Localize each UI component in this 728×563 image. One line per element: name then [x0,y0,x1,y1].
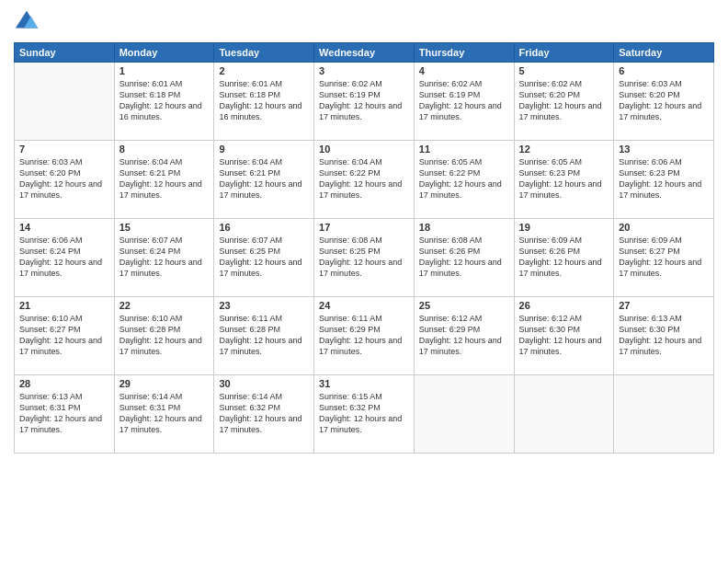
day-number: 26 [519,300,609,311]
week-row-4: 21 Sunrise: 6:10 AMSunset: 6:27 PMDaylig… [15,297,714,375]
calendar-cell: 2 Sunrise: 6:01 AMSunset: 6:18 PMDayligh… [214,63,314,141]
header [14,9,714,35]
day-info: Sunrise: 6:04 AMSunset: 6:22 PMDaylight:… [319,156,409,201]
week-row-2: 7 Sunrise: 6:03 AMSunset: 6:20 PMDayligh… [15,141,714,219]
calendar-cell: 12 Sunrise: 6:05 AMSunset: 6:23 PMDaylig… [514,141,614,219]
day-info: Sunrise: 6:01 AMSunset: 6:18 PMDaylight:… [119,78,210,123]
calendar-cell: 19 Sunrise: 6:09 AMSunset: 6:26 PMDaylig… [514,219,614,297]
day-number: 4 [419,65,509,76]
day-number: 15 [119,222,210,233]
day-info: Sunrise: 6:04 AMSunset: 6:21 PMDaylight:… [119,156,210,201]
day-info: Sunrise: 6:02 AMSunset: 6:19 PMDaylight:… [319,78,409,123]
calendar-cell: 13 Sunrise: 6:06 AMSunset: 6:23 PMDaylig… [614,141,714,219]
day-number: 29 [119,378,210,389]
day-number: 28 [19,378,109,389]
day-info: Sunrise: 6:03 AMSunset: 6:20 PMDaylight:… [19,156,109,201]
calendar-cell: 4 Sunrise: 6:02 AMSunset: 6:19 PMDayligh… [414,63,514,141]
day-info: Sunrise: 6:14 AMSunset: 6:32 PMDaylight:… [219,391,309,436]
day-info: Sunrise: 6:10 AMSunset: 6:28 PMDaylight:… [119,313,210,358]
day-number: 9 [219,144,309,155]
calendar-cell: 16 Sunrise: 6:07 AMSunset: 6:25 PMDaylig… [214,219,314,297]
calendar-cell: 24 Sunrise: 6:11 AMSunset: 6:29 PMDaylig… [314,297,415,375]
day-number: 5 [519,65,609,76]
calendar-cell: 25 Sunrise: 6:12 AMSunset: 6:29 PMDaylig… [414,297,514,375]
day-number: 7 [19,144,109,155]
day-number: 8 [119,144,210,155]
logo [14,9,43,35]
calendar-cell: 17 Sunrise: 6:08 AMSunset: 6:25 PMDaylig… [314,219,415,297]
calendar-cell: 29 Sunrise: 6:14 AMSunset: 6:31 PMDaylig… [114,375,214,454]
weekday-header-saturday: Saturday [614,43,714,63]
day-number: 19 [519,222,609,233]
calendar-cell: 15 Sunrise: 6:07 AMSunset: 6:24 PMDaylig… [114,219,214,297]
week-row-1: 1 Sunrise: 6:01 AMSunset: 6:18 PMDayligh… [15,63,714,141]
day-info: Sunrise: 6:11 AMSunset: 6:29 PMDaylight:… [319,313,409,358]
weekday-header-wednesday: Wednesday [314,43,415,63]
day-info: Sunrise: 6:13 AMSunset: 6:30 PMDaylight:… [619,313,709,358]
day-number: 13 [619,144,709,155]
calendar-cell: 31 Sunrise: 6:15 AMSunset: 6:32 PMDaylig… [314,375,415,454]
day-number: 25 [419,300,509,311]
day-info: Sunrise: 6:10 AMSunset: 6:27 PMDaylight:… [19,313,109,358]
weekday-header-friday: Friday [514,43,614,63]
day-info: Sunrise: 6:02 AMSunset: 6:20 PMDaylight:… [519,78,609,123]
calendar-cell: 20 Sunrise: 6:09 AMSunset: 6:27 PMDaylig… [614,219,714,297]
day-number: 21 [19,300,109,311]
day-number: 24 [319,300,409,311]
day-info: Sunrise: 6:06 AMSunset: 6:23 PMDaylight:… [619,156,709,201]
day-info: Sunrise: 6:12 AMSunset: 6:30 PMDaylight:… [519,313,609,358]
day-number: 22 [119,300,210,311]
day-number: 12 [519,144,609,155]
weekday-header-thursday: Thursday [414,43,514,63]
day-info: Sunrise: 6:09 AMSunset: 6:26 PMDaylight:… [519,235,609,280]
week-row-5: 28 Sunrise: 6:13 AMSunset: 6:31 PMDaylig… [15,375,714,454]
day-info: Sunrise: 6:06 AMSunset: 6:24 PMDaylight:… [19,235,109,280]
calendar-cell: 30 Sunrise: 6:14 AMSunset: 6:32 PMDaylig… [214,375,314,454]
day-info: Sunrise: 6:01 AMSunset: 6:18 PMDaylight:… [219,78,309,123]
day-info: Sunrise: 6:04 AMSunset: 6:21 PMDaylight:… [219,156,309,201]
calendar-cell: 1 Sunrise: 6:01 AMSunset: 6:18 PMDayligh… [114,63,214,141]
day-number: 1 [119,65,210,76]
day-number: 27 [619,300,709,311]
calendar-cell [15,63,115,141]
calendar-cell: 27 Sunrise: 6:13 AMSunset: 6:30 PMDaylig… [614,297,714,375]
weekday-header-monday: Monday [114,43,214,63]
weekday-header-tuesday: Tuesday [214,43,314,63]
calendar-cell: 8 Sunrise: 6:04 AMSunset: 6:21 PMDayligh… [114,141,214,219]
calendar-cell: 26 Sunrise: 6:12 AMSunset: 6:30 PMDaylig… [514,297,614,375]
day-number: 30 [219,378,309,389]
day-number: 2 [219,65,309,76]
day-info: Sunrise: 6:08 AMSunset: 6:26 PMDaylight:… [419,235,509,280]
calendar-cell: 3 Sunrise: 6:02 AMSunset: 6:19 PMDayligh… [314,63,415,141]
calendar-cell: 5 Sunrise: 6:02 AMSunset: 6:20 PMDayligh… [514,63,614,141]
day-number: 10 [319,144,409,155]
calendar-cell: 18 Sunrise: 6:08 AMSunset: 6:26 PMDaylig… [414,219,514,297]
day-info: Sunrise: 6:03 AMSunset: 6:20 PMDaylight:… [619,78,709,123]
day-info: Sunrise: 6:08 AMSunset: 6:25 PMDaylight:… [319,235,409,280]
page-container: SundayMondayTuesdayWednesdayThursdayFrid… [0,0,728,463]
day-number: 16 [219,222,309,233]
calendar-cell: 21 Sunrise: 6:10 AMSunset: 6:27 PMDaylig… [15,297,115,375]
day-info: Sunrise: 6:07 AMSunset: 6:25 PMDaylight:… [219,235,309,280]
calendar-cell: 10 Sunrise: 6:04 AMSunset: 6:22 PMDaylig… [314,141,415,219]
calendar-cell [514,375,614,454]
day-number: 11 [419,144,509,155]
day-info: Sunrise: 6:05 AMSunset: 6:23 PMDaylight:… [519,156,609,201]
day-info: Sunrise: 6:14 AMSunset: 6:31 PMDaylight:… [119,391,210,436]
calendar-cell: 11 Sunrise: 6:05 AMSunset: 6:22 PMDaylig… [414,141,514,219]
day-number: 14 [19,222,109,233]
day-info: Sunrise: 6:13 AMSunset: 6:31 PMDaylight:… [19,391,109,436]
day-info: Sunrise: 6:12 AMSunset: 6:29 PMDaylight:… [419,313,509,358]
weekday-header-sunday: Sunday [15,43,115,63]
calendar-cell [614,375,714,454]
day-number: 3 [319,65,409,76]
day-info: Sunrise: 6:02 AMSunset: 6:19 PMDaylight:… [419,78,509,123]
calendar-cell: 9 Sunrise: 6:04 AMSunset: 6:21 PMDayligh… [214,141,314,219]
weekday-header-row: SundayMondayTuesdayWednesdayThursdayFrid… [15,43,714,63]
day-number: 23 [219,300,309,311]
day-number: 18 [419,222,509,233]
calendar-cell: 28 Sunrise: 6:13 AMSunset: 6:31 PMDaylig… [15,375,115,454]
calendar-cell: 23 Sunrise: 6:11 AMSunset: 6:28 PMDaylig… [214,297,314,375]
calendar-cell: 14 Sunrise: 6:06 AMSunset: 6:24 PMDaylig… [15,219,115,297]
day-number: 31 [319,378,409,389]
